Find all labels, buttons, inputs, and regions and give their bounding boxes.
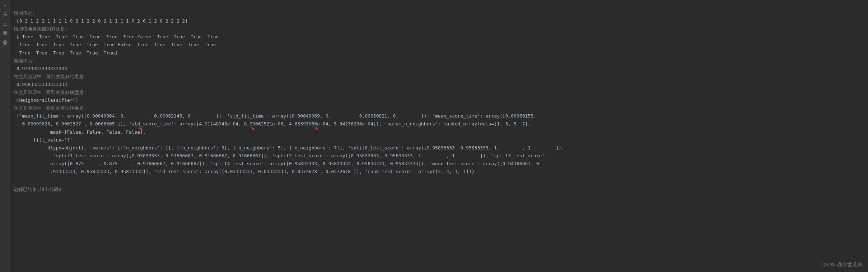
cv-results-line-8: .93333333, 0.95833333, 0.95833333]), 'st… bbox=[14, 169, 475, 174]
cv-best-model-header: 在交叉验证中，得到的最好模型是: bbox=[14, 90, 87, 95]
cv-results-line-6: 'split1_test_score': array([0.95833333, … bbox=[14, 153, 547, 158]
cv-results-line-1: {'mean_fit_time': array([0.00040064, 0. … bbox=[14, 113, 536, 119]
pred-values: [0 2 1 2 1 1 1 1 1 0 2 1 2 2 0 2 1 1 1 1… bbox=[14, 18, 188, 24]
console-output[interactable]: 预测值是: [0 2 1 2 1 1 1 1 1 0 2 1 2 2 0 2 1… bbox=[10, 0, 868, 272]
accuracy-header-label: 准确率为: bbox=[14, 58, 35, 63]
accuracy-value: 0.9333333333333333 bbox=[14, 66, 67, 71]
pred-header-label: 预测值是: bbox=[14, 10, 35, 16]
cv-best-model-value: KNeighborsClassifier() bbox=[14, 97, 78, 103]
compare-row-2: True True True True True True False True… bbox=[14, 42, 216, 47]
cv-model-results-header: 在交叉验证中，得到的模型结果是: bbox=[14, 105, 87, 111]
cv-results-line-2: 0.00099826, 0.0002327 , 0.0006505 ]), 's… bbox=[14, 121, 531, 127]
compare-row-1: [ True True True True True True True Fal… bbox=[14, 34, 219, 39]
arrow-down-icon[interactable] bbox=[2, 2, 8, 8]
print-icon[interactable] bbox=[2, 30, 8, 36]
cv-best-result-header: 在交叉验证中，得到的最好结果是: bbox=[14, 74, 87, 79]
download-icon[interactable] bbox=[2, 21, 8, 27]
compare-header-label: 预测值与真实值的对比是: bbox=[14, 26, 68, 32]
cv-best-result-value: 0.9583333333333333 bbox=[14, 82, 67, 87]
compare-row-3: True True True True True True] bbox=[14, 50, 118, 56]
console-gutter bbox=[0, 0, 10, 272]
wrap-icon[interactable] bbox=[2, 11, 8, 17]
cv-results-line-3: mask=[False, False, False, False], bbox=[14, 129, 146, 135]
watermark-label: CSDN @亦世凡华. bbox=[821, 261, 864, 269]
process-exit-status: 进程已结束,退出代码0 bbox=[14, 186, 864, 194]
cv-results-line-7: array([0.875 , 0.875 , 0.91666667, 0.916… bbox=[14, 161, 539, 166]
cv-results-line-5: dtype=object), 'params': [{'n_neighbors'… bbox=[14, 145, 564, 151]
cv-results-line-4: fill_value='?', bbox=[14, 137, 75, 143]
trash-icon[interactable] bbox=[2, 39, 8, 45]
